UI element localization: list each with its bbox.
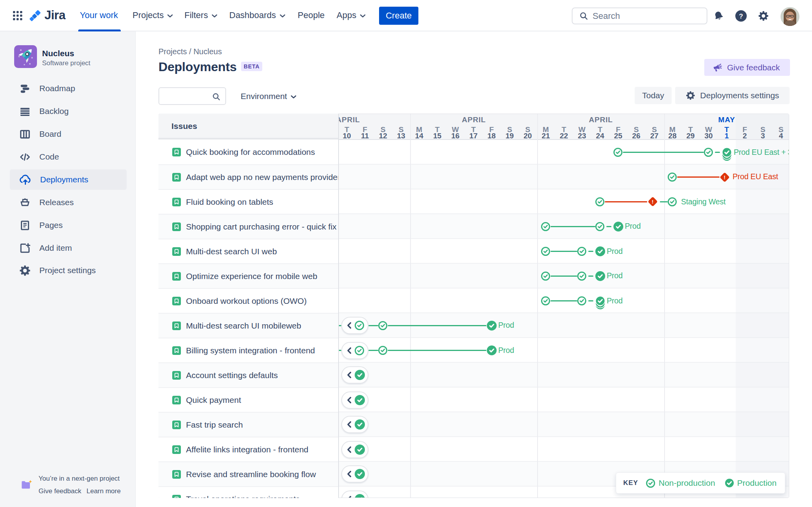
svg-text:?: ? [739,13,743,20]
